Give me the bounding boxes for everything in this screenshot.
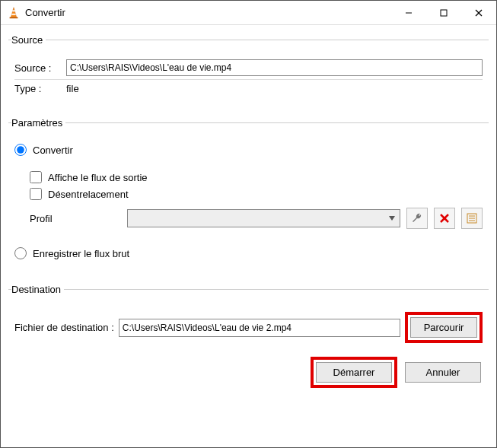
source-group: Source Source : Type : file	[8, 34, 489, 108]
destination-path-input[interactable]	[119, 319, 400, 337]
destination-file-label: Fichier de destination :	[14, 322, 114, 333]
minimize-button[interactable]	[391, 1, 426, 24]
new-profile-icon	[466, 212, 478, 224]
svg-rect-3	[10, 17, 18, 18]
new-profile-button[interactable]	[461, 208, 483, 229]
source-label: Source :	[14, 62, 60, 74]
destination-legend: Destination	[11, 284, 64, 295]
parameters-legend: Paramètres	[11, 117, 65, 129]
svg-rect-2	[11, 13, 15, 14]
svg-marker-0	[11, 7, 16, 17]
profile-label: Profil	[30, 213, 121, 224]
parameters-group: Paramètres Convertir Affiche le flux de …	[8, 117, 489, 275]
convert-radio-label: Convertir	[33, 145, 73, 156]
delete-x-icon	[438, 212, 451, 224]
show-output-label: Affiche le flux de sortie	[48, 172, 148, 183]
convert-dialog: Convertir Source Source : Type : file	[0, 0, 497, 448]
show-output-checkbox[interactable]	[30, 171, 42, 183]
raw-dump-label: Enregistrer le flux brut	[33, 248, 129, 259]
type-value: file	[66, 83, 79, 94]
browse-button[interactable]: Parcourir	[410, 317, 477, 338]
titlebar: Convertir	[1, 1, 496, 25]
svg-marker-8	[389, 216, 395, 221]
type-label: Type :	[14, 83, 60, 94]
source-legend: Source	[11, 34, 46, 46]
start-highlight: Démarrer	[311, 357, 397, 388]
svg-rect-5	[441, 10, 447, 16]
vlc-icon	[7, 6, 21, 20]
svg-rect-1	[12, 10, 15, 11]
raw-dump-radio[interactable]	[14, 247, 27, 259]
convert-radio[interactable]	[14, 144, 27, 156]
chevron-down-icon	[389, 216, 395, 221]
profile-select[interactable]	[127, 209, 400, 227]
start-button[interactable]: Démarrer	[316, 362, 392, 383]
window-title: Convertir	[25, 7, 391, 18]
deinterlace-label: Désentrelacement	[48, 189, 129, 200]
browse-highlight: Parcourir	[405, 312, 483, 343]
maximize-button[interactable]	[426, 1, 461, 24]
cancel-button[interactable]: Annuler	[405, 362, 481, 383]
divider	[14, 79, 483, 80]
edit-profile-button[interactable]	[406, 208, 428, 229]
destination-group: Destination Fichier de destination : Par…	[8, 284, 489, 346]
delete-profile-button[interactable]	[434, 208, 455, 229]
close-button[interactable]	[461, 1, 496, 24]
source-path-input[interactable]	[66, 59, 483, 76]
deinterlace-checkbox[interactable]	[30, 188, 42, 200]
wrench-icon	[411, 212, 423, 224]
